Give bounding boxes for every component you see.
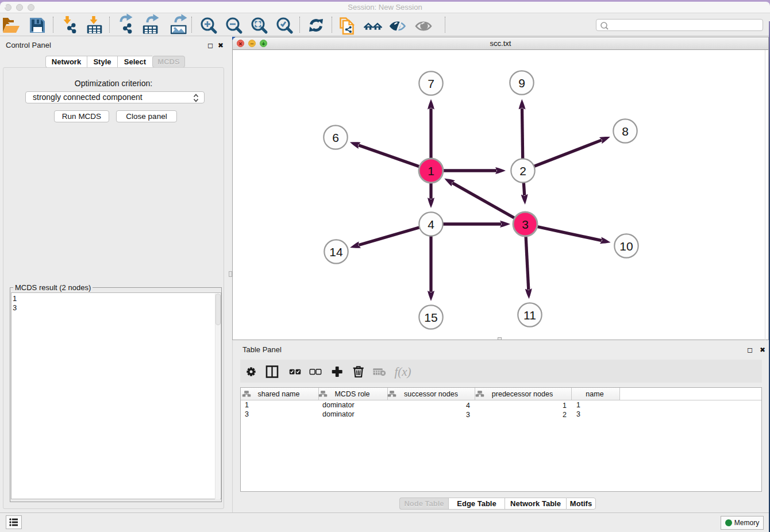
svg-text:3: 3 [466,411,470,419]
svg-text:f(x): f(x) [394,365,411,379]
svg-text:dominator: dominator [322,410,355,418]
svg-text:7: 7 [428,77,434,90]
svg-text:14: 14 [329,245,343,259]
svg-text:2: 2 [519,164,526,178]
svg-text:shared name: shared name [258,390,300,398]
svg-text:9: 9 [518,76,525,90]
svg-text:4: 4 [428,218,434,231]
svg-text:1: 1 [428,164,434,178]
svg-text:11: 11 [523,309,536,322]
svg-text:1: 1 [245,401,249,409]
svg-text:predecessor nodes: predecessor nodes [492,390,553,398]
svg-text:dominator: dominator [322,401,355,409]
svg-text:15: 15 [424,311,437,324]
svg-text:MCDS role: MCDS role [334,390,369,398]
svg-text:10: 10 [619,240,633,253]
svg-text:4: 4 [466,402,470,410]
svg-text:name: name [586,390,603,398]
svg-text:2: 2 [563,411,567,419]
svg-text:3: 3 [522,218,529,231]
svg-text:3: 3 [576,410,580,418]
svg-text:1: 1 [576,401,580,409]
svg-text:3: 3 [245,410,249,418]
svg-text:1: 1 [563,402,567,410]
svg-text:6: 6 [332,131,339,144]
svg-text:8: 8 [622,125,629,138]
svg-text:successor nodes: successor nodes [404,390,458,398]
